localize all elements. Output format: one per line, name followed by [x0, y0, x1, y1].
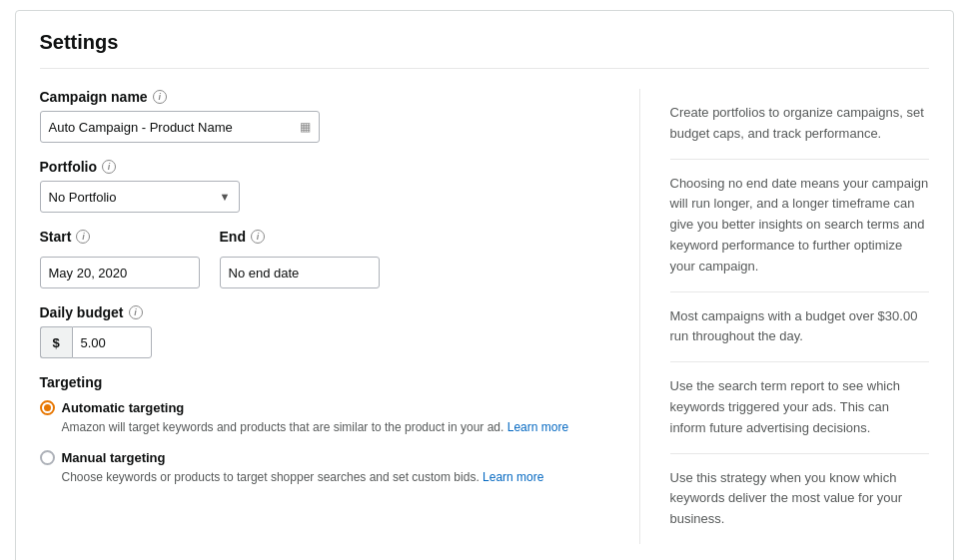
campaign-name-label: Campaign name i	[40, 89, 609, 105]
page-title: Settings	[40, 31, 929, 69]
targeting-title: Targeting	[40, 374, 609, 390]
manual-targeting-desc: Choose keywords or products to target sh…	[62, 468, 609, 486]
campaign-name-input[interactable]: Auto Campaign - Product Name ▦	[40, 111, 320, 143]
end-date-input[interactable]: No end date	[220, 257, 380, 288]
portfolio-select[interactable]: No Portfolio ▼	[40, 181, 240, 213]
edit-icon: ▦	[300, 120, 311, 134]
end-date-tip: Choosing no end date means your campaign…	[670, 160, 929, 292]
automatic-targeting-radio[interactable]	[40, 400, 55, 415]
daily-budget-info-icon[interactable]: i	[129, 305, 143, 319]
portfolio-group: Portfolio i No Portfolio ▼	[40, 159, 609, 213]
end-info-icon[interactable]: i	[251, 230, 265, 244]
portfolio-tip: Create portfolios to organize campaigns,…	[670, 89, 929, 160]
start-label: Start i	[40, 229, 200, 245]
manual-targeting-learn-more[interactable]: Learn more	[483, 470, 543, 484]
daily-budget-label: Daily budget i	[40, 304, 609, 320]
campaign-name-group: Campaign name i Auto Campaign - Product …	[40, 89, 609, 143]
daily-budget-input[interactable]: 5.00	[72, 326, 152, 358]
right-panel: Create portfolios to organize campaigns,…	[639, 89, 929, 544]
auto-targeting-tip: Use the search term report to see which …	[670, 362, 929, 453]
manual-targeting-tip: Use this strategy when you know which ke…	[670, 454, 929, 544]
portfolio-info-icon[interactable]: i	[102, 160, 116, 174]
start-info-icon[interactable]: i	[76, 230, 90, 244]
date-group: Start i May 20, 2020 End i	[40, 229, 609, 288]
start-date-input[interactable]: May 20, 2020	[40, 257, 200, 288]
portfolio-label: Portfolio i	[40, 159, 609, 175]
daily-budget-group: Daily budget i $ 5.00	[40, 304, 609, 358]
chevron-down-icon: ▼	[220, 191, 231, 203]
targeting-section: Targeting Automatic targeting Amazon wil…	[40, 374, 609, 486]
budget-tip: Most campaigns with a budget over $30.00…	[670, 292, 929, 363]
end-label: End i	[220, 229, 380, 245]
end-date-field: End i No end date	[220, 229, 380, 288]
automatic-targeting-label: Automatic targeting	[62, 400, 185, 415]
automatic-targeting-option: Automatic targeting Amazon will target k…	[40, 400, 609, 436]
manual-targeting-label: Manual targeting	[62, 450, 166, 465]
manual-targeting-option: Manual targeting Choose keywords or prod…	[40, 450, 609, 486]
automatic-targeting-learn-more[interactable]: Learn more	[507, 420, 568, 434]
campaign-name-info-icon[interactable]: i	[153, 90, 167, 104]
start-date-field: Start i May 20, 2020	[40, 229, 200, 288]
manual-targeting-radio[interactable]	[40, 450, 55, 465]
automatic-targeting-desc: Amazon will target keywords and products…	[62, 418, 609, 436]
currency-prefix: $	[40, 326, 72, 358]
